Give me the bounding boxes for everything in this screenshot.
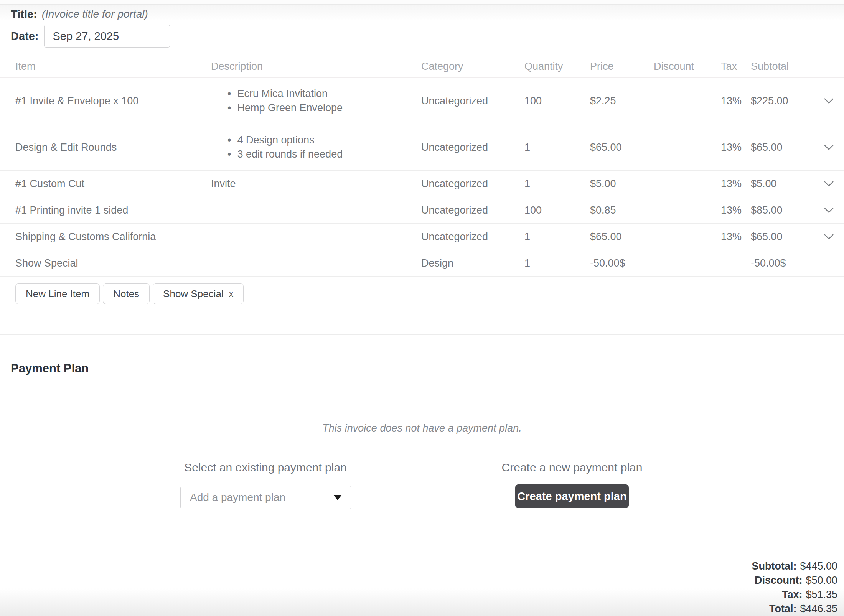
invoice-title-field[interactable]: (Invoice title for portal) [42, 8, 148, 20]
price-cell[interactable]: $0.85 [590, 204, 654, 216]
expand-row-button[interactable] [813, 144, 844, 151]
item-cell[interactable]: #1 Invite & Envelope x 100 [15, 95, 211, 107]
column-header-quantity: Quantity [524, 61, 590, 72]
item-cell[interactable]: Design & Edit Rounds [15, 142, 211, 153]
table-row: Design & Edit Rounds 4 Design options3 e… [0, 124, 844, 171]
description-bullet: 3 edit rounds if needed [227, 147, 415, 161]
date-input[interactable] [44, 25, 170, 48]
invoice-editor: Title: (Invoice title for portal) Date: … [0, 0, 844, 616]
notes-button[interactable]: Notes [103, 283, 150, 304]
table-row: #1 Invite & Envelope x 100 Ecru Mica Inv… [0, 78, 844, 124]
chevron-down-icon [824, 181, 834, 187]
total-value: $446.35 [800, 603, 837, 614]
tax-value: $51.35 [806, 589, 837, 600]
total-label: Total: [769, 603, 796, 614]
chevron-down-icon [824, 98, 834, 104]
description-cell[interactable]: Ecru Mica InvitationHemp Green Envelope [211, 87, 421, 115]
expand-row-button[interactable] [813, 207, 844, 214]
payment-plan-heading: Payment Plan [11, 362, 844, 376]
table-actions: New Line Item Notes Show Special x [15, 283, 844, 304]
column-header-item: Item [15, 61, 211, 72]
category-cell[interactable]: Design [421, 257, 524, 269]
create-payment-plan-button[interactable]: Create payment plan [515, 484, 629, 508]
table-row: #1 Custom Cut Invite Uncategorized 1 $5.… [0, 171, 844, 197]
item-cell[interactable]: #1 Printing invite 1 sided [15, 204, 211, 216]
price-cell[interactable]: -50.00$ [590, 257, 654, 269]
quantity-cell[interactable]: 1 [524, 178, 590, 190]
price-cell[interactable]: $2.25 [590, 95, 654, 107]
category-cell[interactable]: Uncategorized [421, 95, 524, 107]
price-cell[interactable]: $65.00 [590, 142, 654, 153]
category-cell[interactable]: Uncategorized [421, 231, 524, 243]
table-header-row: Item Description Category Quantity Price… [0, 55, 844, 78]
expand-row-button[interactable] [813, 98, 844, 104]
category-cell[interactable]: Uncategorized [421, 178, 524, 190]
description-cell[interactable]: 4 Design options3 edit rounds if needed [211, 133, 421, 161]
tax-cell[interactable]: 13% [721, 204, 751, 216]
item-cell[interactable]: Shipping & Customs California [15, 231, 211, 243]
column-header-subtotal: Subtotal [751, 61, 813, 72]
quantity-cell[interactable]: 100 [524, 204, 590, 216]
expand-row-button[interactable] [813, 181, 844, 187]
subtotal-cell: $225.00 [751, 95, 813, 107]
description-bullets: 4 Design options3 edit rounds if needed [211, 133, 415, 161]
new-line-item-button[interactable]: New Line Item [15, 283, 100, 304]
quantity-cell[interactable]: 1 [524, 231, 590, 243]
invoice-header: Title: (Invoice title for portal) Date: [0, 5, 844, 48]
invoice-totals: Subtotal:$445.00 Discount:$50.00 Tax:$51… [752, 559, 837, 616]
total-line: Total:$446.35 [752, 602, 837, 616]
date-label: Date: [11, 30, 39, 43]
quantity-cell[interactable]: 1 [524, 257, 590, 269]
column-header-tax: Tax [721, 61, 751, 72]
tax-cell[interactable]: 13% [721, 178, 751, 190]
subtotal-cell: $65.00 [751, 142, 813, 153]
column-header-price: Price [590, 61, 654, 72]
price-cell[interactable]: $65.00 [590, 231, 654, 243]
table-row: Shipping & Customs California Uncategori… [0, 224, 844, 250]
item-cell[interactable]: Show Special [15, 257, 211, 269]
tax-cell[interactable]: 13% [721, 142, 751, 153]
price-cell[interactable]: $5.00 [590, 178, 654, 190]
category-cell[interactable]: Uncategorized [421, 204, 524, 216]
quantity-cell[interactable]: 1 [524, 142, 590, 153]
description-bullet: 4 Design options [227, 133, 415, 147]
subtotal-cell: $65.00 [751, 231, 813, 243]
chevron-down-icon [824, 234, 834, 240]
expand-row-button[interactable] [813, 234, 844, 240]
title-label: Title: [11, 8, 37, 21]
description-bullets: Ecru Mica InvitationHemp Green Envelope [211, 87, 415, 115]
show-special-chip[interactable]: Show Special x [153, 283, 244, 304]
payment-plan-select-placeholder: Add a payment plan [190, 491, 285, 504]
table-row: #1 Printing invite 1 sided Uncategorized… [0, 197, 844, 224]
quantity-cell[interactable]: 100 [524, 95, 590, 107]
section-divider [0, 334, 844, 335]
table-row: Show Special Design 1 -50.00$ -50.00$ [0, 250, 844, 277]
line-items-table: Item Description Category Quantity Price… [0, 55, 844, 277]
description-text: Invite [211, 178, 236, 189]
column-header-category: Category [421, 61, 524, 72]
tax-cell[interactable]: 13% [721, 95, 751, 107]
chevron-down-icon [824, 207, 834, 214]
subtotal-cell: $85.00 [751, 204, 813, 216]
column-header-discount: Discount [654, 61, 721, 72]
payment-plan-empty-message: This invoice does not have a payment pla… [0, 422, 844, 434]
description-bullet: Hemp Green Envelope [227, 101, 415, 115]
show-special-label: Show Special [163, 288, 224, 300]
subtotal-cell: -50.00$ [751, 257, 813, 269]
column-header-description: Description [211, 61, 421, 72]
tax-cell[interactable]: 13% [721, 231, 751, 243]
description-cell[interactable]: Invite [211, 178, 421, 190]
discount-value: $50.00 [806, 575, 837, 586]
payment-plan-select[interactable]: Add a payment plan [180, 486, 351, 509]
tax-label: Tax: [782, 589, 803, 600]
remove-icon[interactable]: x [229, 289, 234, 299]
select-plan-heading: Select an existing payment plan [180, 461, 351, 474]
chevron-down-icon [333, 495, 342, 500]
scroll-fade [0, 588, 844, 616]
divider [563, 0, 563, 4]
item-cell[interactable]: #1 Custom Cut [15, 178, 211, 190]
subtotal-line: Subtotal:$445.00 [752, 559, 837, 573]
category-cell[interactable]: Uncategorized [421, 142, 524, 153]
chevron-down-icon [824, 144, 834, 151]
discount-line: Discount:$50.00 [752, 573, 837, 588]
